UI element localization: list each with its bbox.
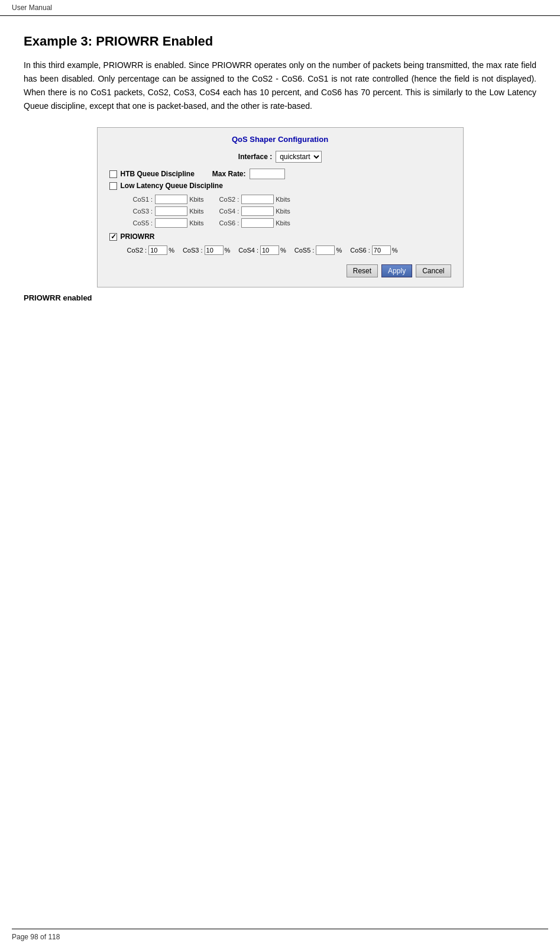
llq-row: Low Latency Queue Discipline [109,182,451,190]
priowrr-cos4-label: CoS4 : [238,247,258,254]
htb-label: HTB Queue Discipline [121,170,195,178]
body-paragraph: In this third example, PRIOWRR is enable… [24,59,536,113]
priowrr-checkbox[interactable] [109,233,117,241]
priowrr-cos5-label: CoS5 : [294,247,315,254]
cos6-item: CoS6 : Kbits [219,218,300,228]
cos1-label: CoS1 : [133,196,153,203]
priowrr-cos2-label: CoS2 : [127,247,147,254]
cos1-unit: Kbits [189,196,203,203]
cos1-input[interactable] [155,195,187,204]
screenshot-caption: PRIOWRR enabled [24,293,536,302]
htb-row: HTB Queue Discipline Max Rate: [109,169,451,179]
priowrr-cos2-input[interactable] [148,245,167,255]
interface-label: Interface : [238,153,272,161]
maxrate-input[interactable] [250,169,285,179]
priowrr-cos4-input[interactable] [260,245,279,255]
cos-row-2: CoS3 : Kbits CoS4 : Kbits [133,206,451,216]
cos3-input[interactable] [155,206,187,216]
cos2-label: CoS2 : [219,196,239,203]
header-label: User Manual [12,4,52,12]
footer-label: Page 98 of 118 [12,933,60,941]
priowrr-cos6-unit: % [392,247,398,254]
cos3-label: CoS3 : [133,208,153,215]
main-content: Example 3: PRIOWRR Enabled In this third… [0,16,560,350]
priowrr-cos4-unit: % [280,247,286,254]
priowrr-row: PRIOWRR [109,232,451,241]
cos2-item: CoS2 : Kbits [219,195,300,204]
priowrr-label: PRIOWRR [121,232,155,241]
page-title: Example 3: PRIOWRR Enabled [24,34,536,49]
interface-row: Interface : quickstart [109,151,451,163]
cos5-item: CoS5 : Kbits [133,218,213,228]
interface-select[interactable]: quickstart [276,151,322,163]
cos3-unit: Kbits [189,208,203,215]
priowrr-cos3-item: CoS3 : % [183,245,236,255]
qos-panel: QoS Shaper Configuration Interface : qui… [98,128,463,287]
cos4-item: CoS4 : Kbits [219,206,300,216]
priowrr-cos4-item: CoS4 : % [238,245,292,255]
cos2-input[interactable] [241,195,274,204]
apply-button[interactable]: Apply [381,264,412,277]
priowrr-cos5-input[interactable] [316,245,335,255]
cancel-button[interactable]: Cancel [416,264,451,277]
priowrr-inputs: CoS2 : % CoS3 : % CoS4 : % CoS5 : [127,245,451,255]
cos-row-1: CoS1 : Kbits CoS2 : Kbits [133,195,451,204]
page-header: User Manual [0,0,560,16]
htb-checkbox[interactable] [109,170,117,178]
cos6-unit: Kbits [276,219,290,227]
screenshot-container: QoS Shaper Configuration Interface : qui… [97,127,464,287]
cos6-label: CoS6 : [219,219,239,227]
cos4-unit: Kbits [276,208,290,215]
cos5-label: CoS5 : [133,219,153,227]
priowrr-cos6-item: CoS6 : % [350,245,403,255]
cos-row-3: CoS5 : Kbits CoS6 : Kbits [133,218,451,228]
priowrr-cos2-item: CoS2 : % [127,245,180,255]
cos5-unit: Kbits [189,219,203,227]
reset-button[interactable]: Reset [347,264,378,277]
cos5-input[interactable] [155,218,187,228]
button-row: Reset Apply Cancel [109,264,451,277]
priowrr-cos3-label: CoS3 : [183,247,203,254]
cos6-input[interactable] [241,218,274,228]
priowrr-cos2-unit: % [169,247,174,254]
llq-label: Low Latency Queue Discipline [121,182,223,190]
priowrr-cos5-item: CoS5 : % [294,245,348,255]
priowrr-cos5-unit: % [336,247,342,254]
cos4-input[interactable] [241,206,274,216]
priowrr-cos6-input[interactable] [372,245,391,255]
llq-checkbox[interactable] [109,182,117,190]
cos2-unit: Kbits [276,196,290,203]
cos-grid: CoS1 : Kbits CoS2 : Kbits CoS3 : [133,195,451,228]
priowrr-cos6-label: CoS6 : [350,247,370,254]
priowrr-cos3-input[interactable] [205,245,224,255]
cos3-item: CoS3 : Kbits [133,206,213,216]
priowrr-cos3-unit: % [225,247,231,254]
qos-title: QoS Shaper Configuration [109,135,451,144]
page-footer: Page 98 of 118 [12,929,548,941]
cos1-item: CoS1 : Kbits [133,195,213,204]
maxrate-label: Max Rate: [212,170,246,178]
cos4-label: CoS4 : [219,208,239,215]
